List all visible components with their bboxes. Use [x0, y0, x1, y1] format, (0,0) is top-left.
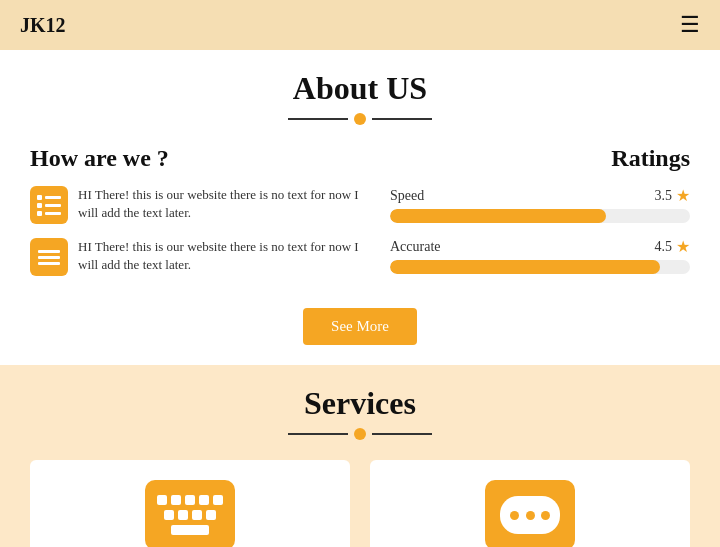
rating-speed-star: ★ — [676, 186, 690, 205]
how-item-2: HI There! this is our website there is n… — [30, 238, 360, 276]
divider-line-right — [372, 118, 432, 120]
about-title: About US — [30, 70, 690, 107]
see-more-button[interactable]: See More — [303, 308, 417, 345]
rating-speed-header: Speed 3.5 ★ — [390, 186, 690, 205]
hamburger-icon-box — [30, 238, 68, 276]
gamepad-dot-left — [510, 511, 519, 520]
about-section: About US How are we ? HI There! this is … — [0, 50, 720, 365]
rating-speed-label: Speed — [390, 188, 424, 204]
rating-speed: Speed 3.5 ★ — [390, 186, 690, 223]
rating-accurate: Accurate 4.5 ★ — [390, 237, 690, 274]
ratings-title: Ratings — [390, 145, 690, 172]
gamepad-icon-box — [485, 480, 575, 547]
list-icon — [37, 195, 61, 216]
gamepad-dot-right — [541, 511, 550, 520]
gamepad-icon — [500, 496, 560, 534]
service-card-keyboard: HI There! this is our website there is n… — [30, 460, 350, 547]
rating-speed-bar-bg — [390, 209, 690, 223]
divider-dot — [354, 113, 366, 125]
services-divider — [30, 428, 690, 440]
rating-accurate-value: 4.5 — [655, 239, 673, 255]
rating-speed-value: 3.5 — [655, 188, 673, 204]
services-cards: HI There! this is our website there is n… — [30, 460, 690, 547]
about-content: How are we ? HI There! this is our websi… — [30, 145, 690, 290]
rating-accurate-bar-fill — [390, 260, 660, 274]
rating-accurate-bar-bg — [390, 260, 690, 274]
rating-accurate-label: Accurate — [390, 239, 441, 255]
list-icon-box — [30, 186, 68, 224]
hamburger-icon — [38, 250, 60, 265]
how-text-1: HI There! this is our website there is n… — [78, 186, 360, 222]
rating-accurate-score: 4.5 ★ — [655, 237, 691, 256]
services-divider-line-right — [372, 433, 432, 435]
divider-line-left — [288, 118, 348, 120]
keyboard-icon — [157, 495, 223, 535]
services-section: Services HI There! thi — [0, 365, 720, 547]
see-more-container: See More — [30, 290, 690, 355]
about-divider — [30, 113, 690, 125]
rating-accurate-star: ★ — [676, 237, 690, 256]
rating-accurate-header: Accurate 4.5 ★ — [390, 237, 690, 256]
service-card-gamepad: HI There! this is our website there is n… — [370, 460, 690, 547]
how-title: How are we ? — [30, 145, 360, 172]
keyboard-icon-box — [145, 480, 235, 547]
rating-speed-score: 3.5 ★ — [655, 186, 691, 205]
services-divider-dot — [354, 428, 366, 440]
services-divider-line-left — [288, 433, 348, 435]
how-item-1: HI There! this is our website there is n… — [30, 186, 360, 224]
gamepad-dot-middle — [526, 511, 535, 520]
ratings-column: Ratings Speed 3.5 ★ Accurate 4.5 — [380, 145, 690, 290]
navbar: JK12 ☰ — [0, 0, 720, 50]
menu-icon[interactable]: ☰ — [680, 12, 700, 38]
services-title: Services — [30, 385, 690, 422]
rating-speed-bar-fill — [390, 209, 606, 223]
how-text-2: HI There! this is our website there is n… — [78, 238, 360, 274]
navbar-logo: JK12 — [20, 14, 66, 37]
how-column: How are we ? HI There! this is our websi… — [30, 145, 380, 290]
